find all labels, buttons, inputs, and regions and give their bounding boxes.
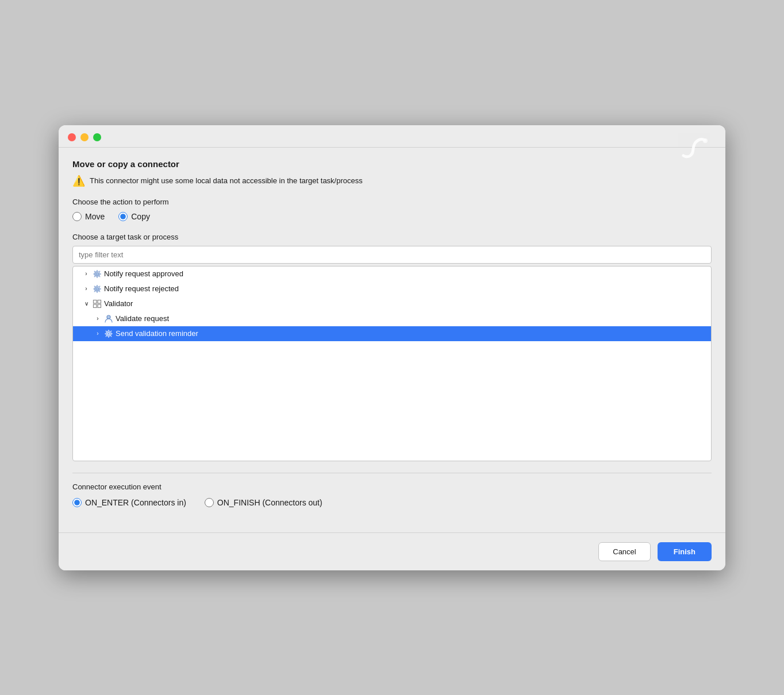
validate-request-label: Validate request [116,314,169,323]
gear-icon [104,329,113,338]
move-radio[interactable] [72,212,82,221]
chevron-icon: › [82,285,90,292]
minimize-button[interactable] [80,133,89,141]
on-enter-option[interactable]: ON_ENTER (Connectors in) [72,498,186,507]
finish-button[interactable]: Finish [658,542,712,561]
copy-label: Copy [131,212,150,221]
svg-rect-5 [94,300,97,303]
send-validation-label: Send validation reminder [116,329,198,338]
chevron-icon: › [82,271,90,277]
footer: Cancel Finish [59,532,725,570]
warning-text: This connector might use some local data… [90,176,363,185]
gear-icon [93,269,102,279]
target-section-label: Choose a target task or process [72,233,712,241]
gear-icon [93,284,102,294]
svg-point-9 [107,315,110,319]
action-radio-group: Move Copy [72,212,712,221]
tree-item-notify-approved[interactable]: › Notify request approved [73,267,711,281]
close-button[interactable] [68,133,76,141]
event-radio-group: ON_ENTER (Connectors in) ON_FINISH (Conn… [72,498,712,507]
move-label: Move [85,212,105,221]
validator-label: Validator [104,299,133,308]
on-enter-radio[interactable] [72,498,82,507]
notify-approved-label: Notify request approved [104,269,183,278]
move-option[interactable]: Move [72,212,105,221]
window-controls [68,133,101,141]
notify-rejected-label: Notify request rejected [104,284,179,293]
chevron-icon: ∨ [82,300,90,307]
tree-item-send-validation[interactable]: › Send validation reminder [73,326,711,341]
chevron-icon: › [94,330,102,337]
action-section-label: Choose the action to perform [72,198,712,206]
svg-rect-7 [94,304,97,308]
dialog-body: Move or copy a connector ⚠️ This connect… [59,148,725,532]
svg-point-0 [703,138,708,143]
svg-point-3 [96,287,99,290]
dialog-title: Move or copy a connector [72,159,712,169]
svg-point-10 [107,332,110,335]
tree-item-validate-request[interactable]: › Validate request [73,311,711,326]
maximize-button[interactable] [93,133,101,141]
grid-icon [93,299,102,308]
copy-radio[interactable] [118,212,128,221]
cancel-button[interactable]: Cancel [598,542,650,561]
event-section-label: Connector execution event [72,482,712,491]
tree-item-validator[interactable]: ∨ Validator [73,296,711,311]
filter-input[interactable] [72,246,712,264]
titlebar [59,125,725,148]
dialog-window: Move or copy a connector ⚠️ This connect… [59,125,725,570]
on-finish-label: ON_FINISH (Connectors out) [217,498,322,507]
on-finish-radio[interactable] [205,498,214,507]
svg-rect-8 [98,304,101,308]
app-logo [676,129,716,169]
on-enter-label: ON_ENTER (Connectors in) [85,498,186,507]
warning-icon: ⚠️ [72,175,85,187]
tree-container: › Notify request approved › [72,266,712,461]
warning-row: ⚠️ This connector might use some local d… [72,175,712,187]
tree-item-notify-rejected[interactable]: › Notify request rejected [73,281,711,296]
divider [72,473,712,473]
svg-point-1 [96,272,99,275]
person-icon [104,314,113,323]
svg-rect-6 [98,300,101,303]
copy-option[interactable]: Copy [118,212,150,221]
on-finish-option[interactable]: ON_FINISH (Connectors out) [205,498,322,507]
chevron-icon: › [94,315,102,322]
